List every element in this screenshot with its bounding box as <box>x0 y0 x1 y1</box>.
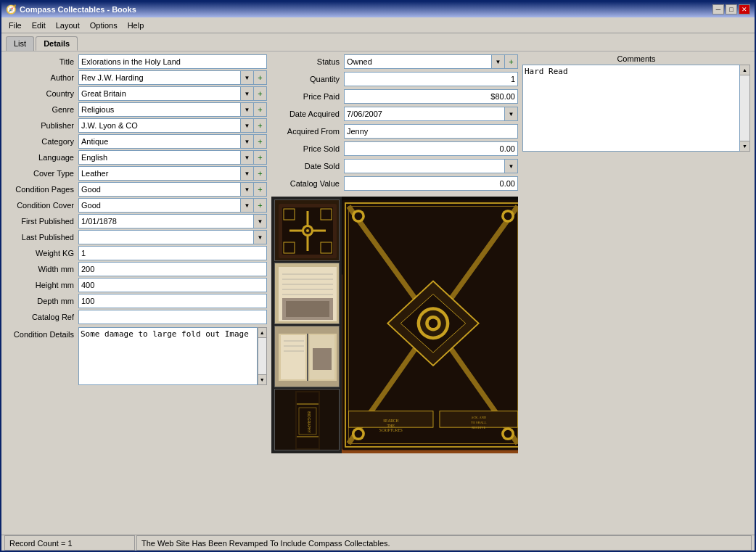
country-row: Country ▼ + <box>6 86 267 101</box>
comments-scrollbar: ▲ ▼ <box>740 65 750 152</box>
menu-edit[interactable]: Edit <box>28 20 50 31</box>
acquired-from-input[interactable] <box>344 124 518 139</box>
quantity-input[interactable] <box>344 72 518 86</box>
menu-file[interactable]: File <box>4 20 26 31</box>
date-acquired-field-group: ▼ <box>344 107 518 121</box>
depth-mm-row: Depth mm <box>6 294 267 308</box>
title-bar-controls: ─ □ ✕ <box>712 4 750 15</box>
publisher-input[interactable] <box>78 118 241 133</box>
depth-mm-input[interactable] <box>78 294 267 308</box>
cover-type-add-btn[interactable]: + <box>254 166 267 181</box>
genre-add-btn[interactable]: + <box>254 102 267 117</box>
catalog-value-label: Catalog Value <box>271 179 344 188</box>
category-add-btn[interactable]: + <box>254 134 267 149</box>
tab-details[interactable]: Details <box>36 36 78 51</box>
maximize-button[interactable]: □ <box>726 4 737 15</box>
condition-cover-dropdown-btn[interactable]: ▼ <box>241 198 254 213</box>
height-mm-label: Height mm <box>6 281 78 289</box>
publisher-dropdown-btn[interactable]: ▼ <box>241 118 254 133</box>
weight-kg-row: Weight KG <box>6 246 267 260</box>
comments-scroll-up-btn[interactable]: ▲ <box>740 65 749 75</box>
author-add-btn[interactable]: + <box>254 70 267 85</box>
publisher-row: Publisher ▼ + <box>6 118 267 133</box>
title-input[interactable] <box>78 54 267 69</box>
close-button[interactable]: ✕ <box>739 4 750 15</box>
right-panel: Comments Hard Read ▲ ▼ <box>522 54 750 453</box>
width-mm-input[interactable] <box>78 262 267 276</box>
price-sold-input[interactable] <box>344 141 518 156</box>
price-paid-input[interactable] <box>344 89 518 104</box>
middle-panel: Status ▼ + Quantity Price Paid <box>271 54 518 453</box>
quantity-row: Quantity <box>271 72 518 86</box>
width-mm-row: Width mm <box>6 262 267 276</box>
thumbnail-3[interactable] <box>274 326 340 387</box>
thumbnail-1[interactable] <box>274 199 340 261</box>
country-dropdown-btn[interactable]: ▼ <box>241 86 254 101</box>
language-input[interactable] <box>78 150 241 165</box>
cover-type-dropdown-btn[interactable]: ▼ <box>241 166 254 181</box>
date-sold-input[interactable] <box>344 159 505 173</box>
category-label: Category <box>6 137 78 146</box>
author-input[interactable] <box>78 70 241 85</box>
condition-cover-field-group: ▼ + <box>78 198 267 213</box>
author-dropdown-btn[interactable]: ▼ <box>241 70 254 85</box>
author-row: Author ▼ + <box>6 70 267 85</box>
menu-help[interactable]: Help <box>123 20 149 31</box>
catalog-ref-input[interactable] <box>78 310 267 324</box>
menu-layout[interactable]: Layout <box>52 20 84 31</box>
condition-details-textarea[interactable]: Some damage to large fold out Image <box>78 327 258 385</box>
condition-cover-input[interactable] <box>78 198 241 213</box>
genre-dropdown-btn[interactable]: ▼ <box>241 102 254 117</box>
first-published-input[interactable] <box>78 214 254 228</box>
date-sold-dropdown-btn[interactable]: ▼ <box>505 159 518 173</box>
scroll-up-btn[interactable]: ▲ <box>258 328 266 338</box>
category-input[interactable] <box>78 134 241 149</box>
country-add-btn[interactable]: + <box>254 86 267 101</box>
condition-pages-dropdown-btn[interactable]: ▼ <box>241 182 254 197</box>
condition-pages-add-btn[interactable]: + <box>254 182 267 197</box>
language-dropdown-btn[interactable]: ▼ <box>241 150 254 165</box>
status-row: Status ▼ + <box>271 54 518 69</box>
svg-point-59 <box>504 430 512 438</box>
svg-point-11 <box>306 229 309 232</box>
svg-point-51 <box>429 318 438 328</box>
status-input[interactable] <box>344 54 492 69</box>
svg-rect-65 <box>440 411 518 427</box>
language-add-btn[interactable]: + <box>254 150 267 165</box>
cover-type-input[interactable] <box>78 166 241 181</box>
width-mm-label: Width mm <box>6 265 78 273</box>
condition-cover-add-btn[interactable]: + <box>254 198 267 213</box>
catalog-value-input[interactable] <box>344 176 518 191</box>
window-title: Compass Collectables - Books <box>20 5 136 14</box>
category-dropdown-btn[interactable]: ▼ <box>241 134 254 149</box>
height-mm-input[interactable] <box>78 278 267 292</box>
comments-textarea[interactable]: Hard Read <box>522 65 740 152</box>
first-published-dropdown-btn[interactable]: ▼ <box>254 214 267 228</box>
date-acquired-dropdown-btn[interactable]: ▼ <box>505 107 518 121</box>
depth-mm-label: Depth mm <box>6 297 78 305</box>
svg-point-53 <box>355 213 363 221</box>
comments-label: Comments <box>522 54 750 63</box>
genre-input[interactable] <box>78 102 241 117</box>
thumbnail-2[interactable] <box>274 263 340 324</box>
thumbnail-4[interactable]: BIOGRAPHY <box>274 389 340 450</box>
scroll-down-btn[interactable]: ▼ <box>258 374 266 384</box>
tab-list[interactable]: List <box>6 36 34 51</box>
comments-scroll-down-btn[interactable]: ▼ <box>740 141 749 151</box>
svg-rect-24 <box>281 335 305 379</box>
catalog-ref-row: Catalog Ref <box>6 310 267 324</box>
condition-pages-input[interactable] <box>78 182 241 197</box>
country-field-group: ▼ + <box>78 86 267 101</box>
last-published-input[interactable] <box>78 230 254 244</box>
last-published-dropdown-btn[interactable]: ▼ <box>254 230 267 244</box>
weight-kg-input[interactable] <box>78 246 267 260</box>
country-input[interactable] <box>78 86 241 101</box>
main-image[interactable]: BIOGRAPHY SEARCH THE ACK. AND YE SHALL R… <box>342 197 518 453</box>
publisher-add-btn[interactable]: + <box>254 118 267 133</box>
status-add-btn[interactable]: + <box>505 54 518 69</box>
status-message: The Web Site Has Been Revamped To Includ… <box>136 535 752 551</box>
menu-options[interactable]: Options <box>86 20 122 31</box>
minimize-button[interactable]: ─ <box>712 4 724 15</box>
date-acquired-input[interactable] <box>344 107 505 121</box>
status-dropdown-btn[interactable]: ▼ <box>492 54 505 69</box>
